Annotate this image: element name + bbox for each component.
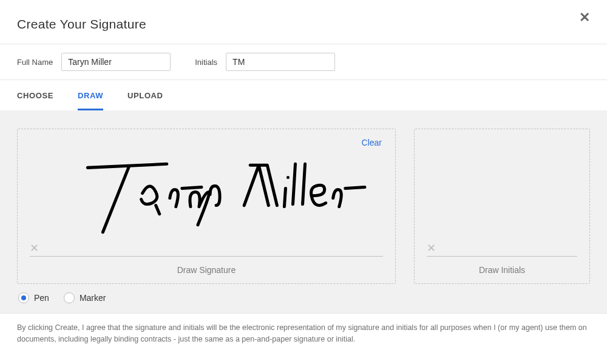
signature-canvas[interactable]: Clear ✕ [17,129,396,284]
modal-title: Create Your Signature [17,17,146,32]
initials-canvas[interactable]: ✕ Draw Initials [414,129,590,284]
initials-clear-x-icon[interactable]: ✕ [427,241,436,255]
clear-signature-button[interactable]: Clear [362,138,382,147]
pen-radio[interactable] [18,292,29,303]
marker-label: Marker [80,293,106,303]
tab-upload[interactable]: UPLOAD [127,80,163,110]
full-name-label: Full Name [17,58,53,67]
signature-clear-x-icon[interactable]: ✕ [30,241,39,255]
tab-choose[interactable]: CHOOSE [17,80,53,110]
disclaimer-text: By clicking Create, I agree that the sig… [17,322,590,345]
full-name-input[interactable] [61,53,171,71]
signature-caption: Draw Signature [30,265,383,275]
tab-draw[interactable]: DRAW [78,80,103,110]
initials-input[interactable] [226,53,335,71]
drawn-signature [30,138,383,241]
initials-caption: Draw Initials [427,265,577,275]
close-icon[interactable]: ✕ [579,11,590,24]
initials-label: Initials [195,58,217,67]
pen-label: Pen [34,293,49,303]
marker-radio[interactable] [64,292,75,303]
